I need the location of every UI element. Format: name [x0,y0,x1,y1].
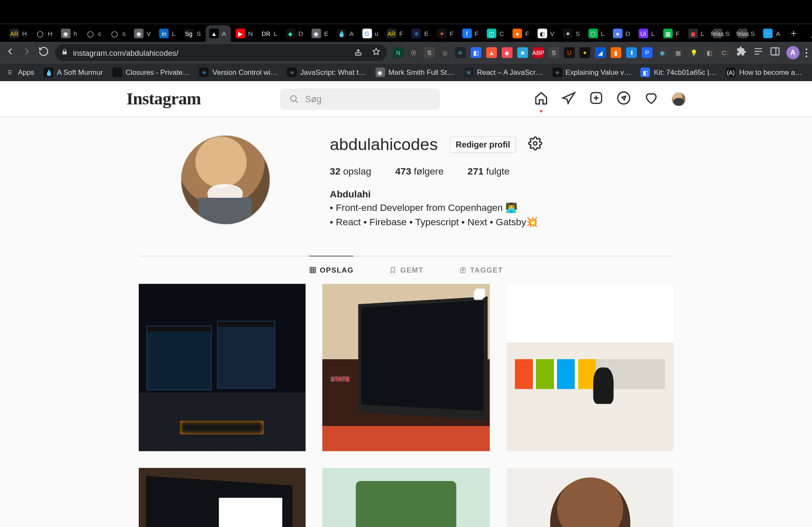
extension-icon[interactable]: ▲ [486,47,497,58]
reading-list-icon[interactable] [753,46,763,59]
profile-avatar-icon[interactable] [671,92,686,106]
profile-picture[interactable] [180,135,270,225]
instagram-logo[interactable]: Instagram [126,89,201,109]
reload-button[interactable] [38,46,49,59]
activity-icon[interactable] [644,90,658,107]
tabs-overflow-chevron-icon[interactable]: ▾ [803,34,812,42]
close-icon[interactable]: ✕ [230,29,231,38]
extension-icon[interactable]: ✦ [579,47,590,58]
post-thumbnail[interactable] [322,468,489,527]
explore-icon[interactable] [616,90,631,107]
post-thumbnail[interactable] [506,468,673,527]
browser-tab[interactable]: fF [458,25,482,42]
browser-tab[interactable]: felasS [734,25,758,42]
address-bar[interactable]: instagram.com/abdulahicodes/ [55,44,387,61]
browser-tab[interactable]: ARF [383,25,407,42]
browser-tab[interactable]: DRL [258,25,281,42]
extension-icon[interactable]: ◧ [704,47,714,58]
share-icon[interactable] [354,47,363,58]
bookmark-item[interactable]: ✳JavaScript: What t… [287,68,366,77]
chrome-profile-avatar[interactable]: A [786,46,799,59]
extension-icon[interactable]: ▮ [611,47,621,58]
bookmark-item[interactable]: ◉Mark Smith Full St… [375,68,454,77]
browser-tab[interactable]: ▦F [659,25,683,42]
bookmark-item[interactable]: ●Closures - Private… [112,68,190,77]
browser-tab[interactable]: ◫C [483,25,508,42]
post-thumbnail[interactable] [138,284,305,451]
extension-icon[interactable]: 💡 [689,47,699,58]
forward-button[interactable] [22,46,32,59]
new-post-icon[interactable] [589,90,603,107]
browser-tab[interactable]: ◯s [106,25,129,42]
extension-icon[interactable]: ◉ [657,47,668,58]
post-thumbnail[interactable] [506,284,673,451]
bookmark-item[interactable]: ⚛React – A JavaScr… [464,68,543,77]
extension-icon[interactable]: ◎ [439,47,450,58]
search-input[interactable]: Søg [280,88,440,110]
tab-saved[interactable]: GEMT [390,256,423,284]
bookmark-item[interactable]: ✳Explaining Value v… [552,68,631,77]
browser-tab[interactable]: ◯c [82,25,105,42]
bookmark-star-icon[interactable] [371,47,381,58]
browser-tab[interactable]: Gu [359,25,382,42]
bookmark-item[interactable]: ✳Version Control wi… [199,68,277,77]
browser-tab[interactable]: UiL [635,25,658,42]
browser-tab[interactable]: ▲A✕ [206,25,230,42]
extension-icon[interactable]: S [549,47,559,58]
browser-tab[interactable]: ◐V [534,25,558,42]
extension-icon[interactable]: P [642,47,652,58]
extension-icon[interactable]: N [393,47,403,58]
extension-icon[interactable]: ◧ [471,47,481,58]
followers-count[interactable]: 473 følgere [395,166,444,177]
browser-tab[interactable]: ●F [509,25,533,42]
extension-icon[interactable]: S [424,47,435,58]
browser-tab[interactable]: ◉h [58,25,81,42]
browser-tab[interactable]: SgS [180,25,204,42]
side-panel-icon[interactable] [770,46,780,59]
bookmark-item[interactable]: ◧Kit: 74cb01a65c |… [641,68,716,77]
post-thumbnail[interactable] [138,468,305,527]
bookmark-item[interactable]: ⠿Apps [5,68,34,77]
extensions-icon[interactable] [736,46,747,59]
edit-profile-button[interactable]: Rediger profil [450,136,516,153]
extension-icon[interactable]: ⚛ [455,47,466,58]
browser-tab[interactable]: ✶F [433,25,457,42]
browser-tab[interactable]: ◯H [32,25,56,42]
bookmark-item[interactable]: (A)How to become a… [726,68,802,77]
browser-tab[interactable]: felasS [709,25,733,42]
extension-icon[interactable]: ⬇ [626,47,636,58]
browser-tab[interactable]: ≡E [408,25,432,42]
home-icon[interactable] [534,90,548,107]
extension-icon[interactable]: ◢ [595,47,606,58]
browser-tab[interactable]: inL [156,25,179,42]
chrome-menu-icon[interactable] [806,48,807,57]
browser-tab[interactable]: ◉E [308,25,332,42]
browser-tab[interactable]: ✶S [559,25,583,42]
browser-tab[interactable]: ●D [609,25,634,42]
extension-icon[interactable]: ABP [533,47,543,58]
extension-icon[interactable]: ▦ [673,47,683,58]
browser-tab[interactable]: ◉V [130,25,154,42]
following-count[interactable]: 271 fulgte [468,166,510,177]
extension-icon[interactable]: ⦿ [409,47,419,58]
bookmark-item[interactable]: 💧A Soft Murmur [44,68,103,77]
tab-posts[interactable]: OPSLAG [309,256,354,284]
new-tab-button[interactable]: ＋ [785,25,802,42]
browser-tab[interactable]: ARH [6,25,30,42]
tab-tagged[interactable]: TAGGET [459,256,503,284]
browser-tab[interactable]: ◼L [684,25,708,42]
browser-tab[interactable]: ⬡L [584,25,608,42]
posts-count[interactable]: 32 opslag [330,166,371,177]
extension-icon[interactable]: U [564,47,574,58]
post-thumbnail[interactable]: STATE [322,284,489,451]
browser-tab[interactable]: ▶N [232,25,256,42]
extension-icon[interactable]: ■ [517,47,528,58]
messenger-icon[interactable] [561,90,576,107]
browser-tab[interactable]: ◆D [282,25,307,42]
browser-tab[interactable]: 🐦A [760,25,784,42]
extension-icon[interactable]: C: [719,47,730,58]
extension-icon[interactable]: ◆ [502,47,512,58]
browser-tab[interactable]: 💧A [333,25,357,42]
settings-gear-icon[interactable] [528,136,543,153]
back-button[interactable] [5,46,15,59]
